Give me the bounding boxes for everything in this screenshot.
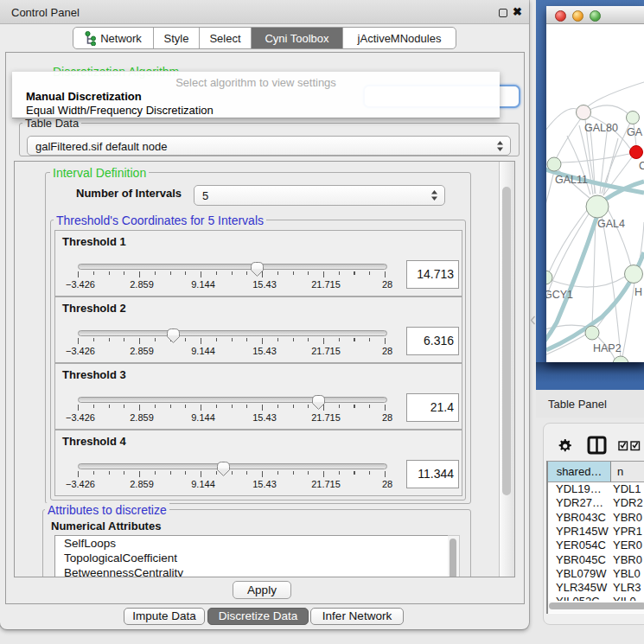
svg-text:GAL11: GAL11 (555, 174, 588, 186)
svg-text:GA: GA (627, 126, 643, 138)
svg-text:GCY1: GCY1 (546, 289, 573, 301)
svg-text:C: C (639, 160, 644, 172)
svg-text:HAP2: HAP2 (593, 342, 622, 354)
svg-text:GAL80: GAL80 (584, 122, 618, 134)
svg-text:H: H (634, 286, 642, 298)
svg-text:GAL4: GAL4 (597, 218, 625, 230)
